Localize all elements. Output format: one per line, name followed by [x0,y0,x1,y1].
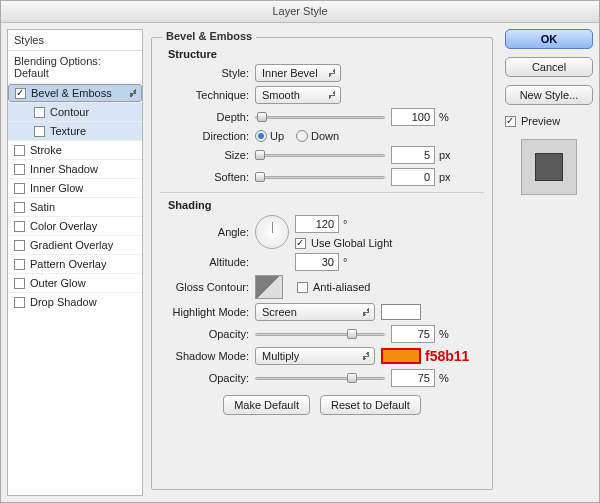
checkbox-drop-shadow[interactable] [14,297,25,308]
preview-label: Preview [521,115,560,127]
effect-outer-glow[interactable]: Outer Glow [8,273,142,292]
checkbox-texture[interactable] [34,126,45,137]
gloss-contour-picker[interactable] [255,275,283,299]
highlight-opacity-input[interactable]: 75 [391,325,435,343]
soften-label: Soften: [160,171,255,183]
highlight-mode-label: Highlight Mode: [160,306,255,318]
direction-down-radio[interactable] [296,130,308,142]
style-select[interactable]: Inner Bevel [255,64,341,82]
new-style-button[interactable]: New Style... [505,85,593,105]
effect-label: Pattern Overlay [30,258,106,270]
effect-drop-shadow[interactable]: Drop Shadow [8,292,142,311]
preview-swatch [521,139,577,195]
shading-heading: Shading [160,199,484,211]
effect-bevel-emboss[interactable]: Bevel & Emboss [8,84,142,102]
checkbox-inner-glow[interactable] [14,183,25,194]
size-label: Size: [160,149,255,161]
down-label: Down [311,130,339,142]
style-label: Style: [160,67,255,79]
ok-button[interactable]: OK [505,29,593,49]
effect-label: Bevel & Emboss [31,87,112,99]
shadow-opacity-input[interactable]: 75 [391,369,435,387]
effect-label: Stroke [30,144,62,156]
highlight-color-swatch[interactable] [381,304,421,320]
effect-texture[interactable]: Texture [8,121,142,140]
altitude-label: Altitude: [160,256,255,268]
up-label: Up [270,130,284,142]
effect-color-overlay[interactable]: Color Overlay [8,216,142,235]
altitude-input[interactable]: 30 [295,253,339,271]
effect-satin[interactable]: Satin [8,197,142,216]
shadow-mode-label: Shadow Mode: [160,350,255,362]
anti-aliased-checkbox[interactable] [297,282,308,293]
highlight-opacity-slider[interactable] [255,328,385,340]
panel-title: Bevel & Emboss [162,30,256,42]
highlight-opacity-label: Opacity: [160,328,255,340]
effect-label: Inner Glow [30,182,83,194]
size-input[interactable]: 5 [391,146,435,164]
styles-header[interactable]: Styles [8,30,142,51]
effect-label: Outer Glow [30,277,86,289]
shadow-mode-select[interactable]: Multiply [255,347,375,365]
checkbox-bevel-emboss[interactable] [15,88,26,99]
make-default-button[interactable]: Make Default [223,395,310,415]
technique-select[interactable]: Smooth [255,86,341,104]
effect-inner-shadow[interactable]: Inner Shadow [8,159,142,178]
shadow-opacity-unit: % [439,372,449,384]
effect-label: Inner Shadow [30,163,98,175]
anti-aliased-label: Anti-aliased [313,281,370,293]
bevel-group: Bevel & Emboss Structure Style: Inner Be… [151,37,493,490]
effect-gradient-overlay[interactable]: Gradient Overlay [8,235,142,254]
soften-slider[interactable] [255,171,385,183]
global-light-checkbox[interactable] [295,238,306,249]
dialog-buttons: OK Cancel New Style... Preview [497,29,593,496]
effect-stroke[interactable]: Stroke [8,140,142,159]
effect-label: Texture [50,125,86,137]
angle-input[interactable]: 120 [295,215,339,233]
depth-label: Depth: [160,111,255,123]
angle-label: Angle: [160,226,255,238]
settings-panel: Bevel & Emboss Structure Style: Inner Be… [143,29,497,496]
checkbox-contour[interactable] [34,107,45,118]
global-light-label: Use Global Light [311,237,392,249]
depth-slider[interactable] [255,111,385,123]
effect-contour[interactable]: Contour [8,102,142,121]
soften-input[interactable]: 0 [391,168,435,186]
altitude-unit: ° [343,256,347,268]
direction-label: Direction: [160,130,255,142]
cancel-button[interactable]: Cancel [505,57,593,77]
direction-up-radio[interactable] [255,130,267,142]
highlight-opacity-unit: % [439,328,449,340]
structure-heading: Structure [160,48,484,60]
checkbox-inner-shadow[interactable] [14,164,25,175]
checkbox-color-overlay[interactable] [14,221,25,232]
angle-dial[interactable] [255,215,289,249]
shadow-opacity-label: Opacity: [160,372,255,384]
effect-label: Gradient Overlay [30,239,113,251]
depth-input[interactable]: 100 [391,108,435,126]
effect-label: Satin [30,201,55,213]
checkbox-gradient-overlay[interactable] [14,240,25,251]
effect-label: Color Overlay [30,220,97,232]
effect-inner-glow[interactable]: Inner Glow [8,178,142,197]
size-slider[interactable] [255,149,385,161]
depth-unit: % [439,111,449,123]
size-unit: px [439,149,451,161]
highlight-mode-select[interactable]: Screen [255,303,375,321]
reset-default-button[interactable]: Reset to Default [320,395,421,415]
window-title: Layer Style [1,1,599,23]
preview-checkbox[interactable] [505,116,516,127]
checkbox-satin[interactable] [14,202,25,213]
angle-unit: ° [343,218,347,230]
checkbox-stroke[interactable] [14,145,25,156]
checkbox-pattern-overlay[interactable] [14,259,25,270]
shadow-color-swatch[interactable] [381,348,421,364]
effect-label: Drop Shadow [30,296,97,308]
blending-options-row[interactable]: Blending Options: Default [8,51,142,84]
checkbox-outer-glow[interactable] [14,278,25,289]
effect-pattern-overlay[interactable]: Pattern Overlay [8,254,142,273]
gloss-contour-label: Gloss Contour: [160,281,255,293]
layer-style-window: Layer Style Styles Blending Options: Def… [0,0,600,503]
shadow-opacity-slider[interactable] [255,372,385,384]
effects-list: Styles Blending Options: Default Bevel &… [7,29,143,496]
